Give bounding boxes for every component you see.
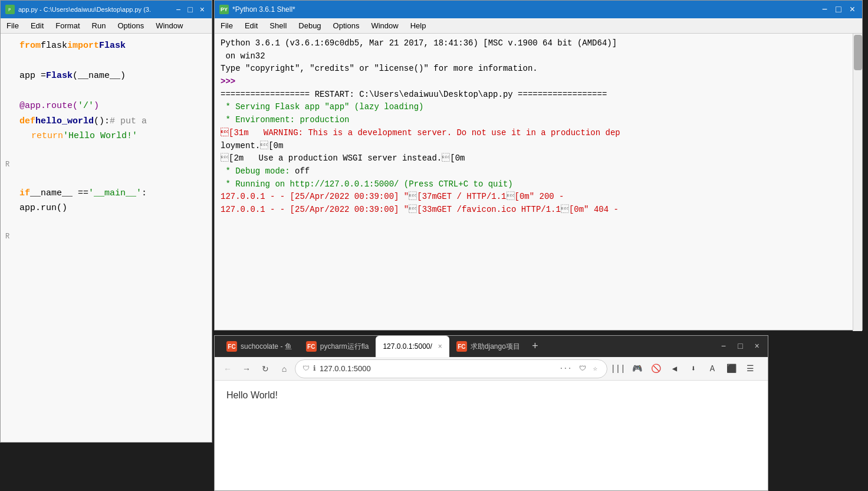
shell-menubar: File Edit Shell Debug Options Window Hel… xyxy=(215,18,862,34)
browser-tab-django[interactable]: FC 求助django项目 xyxy=(449,336,527,357)
editor-maximize-btn[interactable]: □ xyxy=(185,5,195,14)
browser-home-btn[interactable]: ⌂ xyxy=(276,361,292,377)
browser-tab-pycharm[interactable]: FC pycharm运行fla xyxy=(299,336,376,357)
shell-title-text: *Python 3.6.1 Shell* xyxy=(232,5,816,14)
address-more-btn[interactable]: ··· xyxy=(557,364,574,374)
browser-refresh-btn[interactable]: ↻ xyxy=(257,361,274,377)
address-bar-info-icon: ℹ xyxy=(313,364,316,373)
editor-title-text: app.py - C:\Users\edaiwuu\Desktop\app.py… xyxy=(18,6,170,13)
shell-menu-help[interactable]: Help xyxy=(405,20,432,31)
browser-navbar: ← → ↻ ⌂ 🛡 ℹ ··· 🛡 ☆ ||| 🎮 🚫 ◀ ⬇ A ⬛ ☰ xyxy=(215,357,768,381)
download-btn[interactable]: ⬇ xyxy=(685,361,702,377)
browser-window: FC suchocolate - 鱼 FC pycharm运行fla 127.0… xyxy=(214,335,768,491)
tab-label-pycharm: pycharm运行fla xyxy=(320,342,369,352)
address-star-btn[interactable]: ☆ xyxy=(591,363,600,374)
editor-minimize-btn[interactable]: − xyxy=(173,5,183,14)
font-btn[interactable]: A xyxy=(704,361,721,377)
editor-code-area[interactable]: from flask import Flask app = Flask (__n… xyxy=(1,34,212,442)
tab-label-django: 求助django项目 xyxy=(471,342,520,352)
reading-mode-btn[interactable]: ||| xyxy=(610,361,626,377)
address-bar[interactable]: 🛡 ℹ ··· 🛡 ☆ xyxy=(295,359,607,378)
shell-menu-options[interactable]: Options xyxy=(327,20,366,31)
tab-icon-pycharm: FC xyxy=(306,341,317,352)
code-line-run: app.run() xyxy=(5,201,207,216)
editor-win-controls[interactable]: − □ × xyxy=(173,5,207,14)
tab-icon-suchocolate: FC xyxy=(226,341,237,352)
browser-tab-localhost[interactable]: 127.0.0.1:5000/ × xyxy=(376,336,449,357)
shell-env-line: * Environment: production xyxy=(221,114,856,127)
address-bar-input[interactable] xyxy=(320,364,553,373)
editor-menu-format[interactable]: Format xyxy=(50,20,86,31)
shell-close-btn[interactable]: × xyxy=(847,5,857,14)
shell-line-2: on win32 xyxy=(221,50,856,63)
return-string: 'Hello World!' xyxy=(63,129,137,144)
shell-maximize-btn[interactable]: □ xyxy=(833,5,844,14)
shell-warning-line1: [31m WARNING: This is a development ser… xyxy=(221,127,856,140)
editor-menu-window[interactable]: Window xyxy=(150,20,189,31)
editor-titlebar: P app.py - C:\Users\edaiwuu\Desktop\app.… xyxy=(1,1,212,18)
collections-btn[interactable]: 🎮 xyxy=(629,361,645,377)
browser-minimize-btn[interactable]: − xyxy=(718,341,729,352)
address-shield-btn[interactable]: 🛡 xyxy=(577,363,588,374)
shell-titlebar: PY *Python 3.6.1 Shell* − □ × xyxy=(215,1,862,18)
tab-close-localhost[interactable]: × xyxy=(438,342,442,351)
shell-wsgi-line: [2m Use a production WSGI server instea… xyxy=(221,152,856,165)
back-btn2[interactable]: ◀ xyxy=(666,361,683,377)
hello-world-text: Hello World! xyxy=(226,390,278,400)
browser-back-btn[interactable]: ← xyxy=(219,361,236,377)
browser-win-controls[interactable]: − □ × xyxy=(718,341,768,352)
address-bar-actions: ··· 🛡 ☆ xyxy=(557,363,600,374)
editor-menu-options[interactable]: Options xyxy=(111,20,150,31)
editor-menu-run[interactable]: Run xyxy=(86,20,112,31)
code-line-return: return 'Hello World!' xyxy=(5,129,207,144)
code-line-decorator: @app.route( '/' ) xyxy=(5,99,207,114)
shell-win-controls[interactable]: − □ × xyxy=(820,5,857,14)
shell-menu-shell[interactable]: Shell xyxy=(264,20,292,31)
tab-icon-django: FC xyxy=(456,341,467,352)
browser-maximize-btn[interactable]: □ xyxy=(734,341,746,352)
shell-get-line1: 127.0.0.1 - - [25/Apr/2022 00:39:00] "[… xyxy=(221,191,856,204)
shell-serving-line: * Serving Flask app "app" (lazy loading) xyxy=(221,101,856,114)
shell-menu-window[interactable]: Window xyxy=(365,20,404,31)
svg-text:P: P xyxy=(8,8,11,12)
editor-menu-edit[interactable]: Edit xyxy=(25,20,50,31)
keyword-return: return xyxy=(31,129,63,144)
code-line-blank3 xyxy=(5,144,207,159)
code-line-3: app = Flask (__name__) xyxy=(5,68,207,84)
browser-tab-suchocolate[interactable]: FC suchocolate - 鱼 xyxy=(219,336,299,357)
no-entry-btn[interactable]: 🚫 xyxy=(647,361,664,377)
keyword-from: from xyxy=(19,38,41,54)
code-line-1: from flask import Flask xyxy=(5,38,207,54)
idle-editor-window: P app.py - C:\Users\edaiwuu\Desktop\app.… xyxy=(0,0,212,443)
code-line-if: if __name__ == '__main__' : xyxy=(5,186,207,201)
shell-get-line2: 127.0.0.1 - - [25/Apr/2022 00:39:00] "[… xyxy=(221,204,856,217)
screen-btn[interactable]: ⬛ xyxy=(723,361,739,377)
shell-minimize-btn[interactable]: − xyxy=(820,5,830,14)
shell-restart-line: ================== RESTART: C:\Users\eda… xyxy=(221,89,856,102)
keyword-import: import xyxy=(67,38,99,54)
main-string: '__main__' xyxy=(88,186,142,201)
editor-close-btn[interactable]: × xyxy=(198,5,207,14)
dark-background-bottom-left xyxy=(0,444,212,491)
code-line-bottom-r: R xyxy=(5,231,207,243)
shell-debug-line: * Debug mode: off xyxy=(221,165,856,178)
browser-forward-btn[interactable]: → xyxy=(238,361,255,377)
tab-label-localhost: 127.0.0.1:5000/ xyxy=(383,342,432,351)
code-line-blank5 xyxy=(5,171,207,186)
browser-add-tab-btn[interactable]: + xyxy=(527,341,543,352)
shell-menu-file[interactable]: File xyxy=(215,20,239,31)
browser-close-btn[interactable]: × xyxy=(751,341,763,352)
shell-line-1: Python 3.6.1 (v3.6.1:69c0db5, Mar 21 201… xyxy=(221,37,856,50)
shell-prompt: >>> xyxy=(221,76,856,89)
python-shell-window: PY *Python 3.6.1 Shell* − □ × File Edit … xyxy=(214,0,863,330)
shell-warning-line2: loyment.[0m xyxy=(221,140,856,153)
scrollbar-thumb[interactable] xyxy=(854,35,862,70)
route-string: '/' xyxy=(78,99,94,114)
shell-title-icon: PY xyxy=(219,5,229,14)
menu-btn[interactable]: ☰ xyxy=(742,361,758,377)
shell-scrollbar[interactable] xyxy=(853,34,862,331)
keyword-def: def xyxy=(19,114,35,129)
editor-menu-file[interactable]: File xyxy=(1,20,25,31)
shell-menu-edit[interactable]: Edit xyxy=(239,20,264,31)
shell-menu-debug[interactable]: Debug xyxy=(292,20,327,31)
